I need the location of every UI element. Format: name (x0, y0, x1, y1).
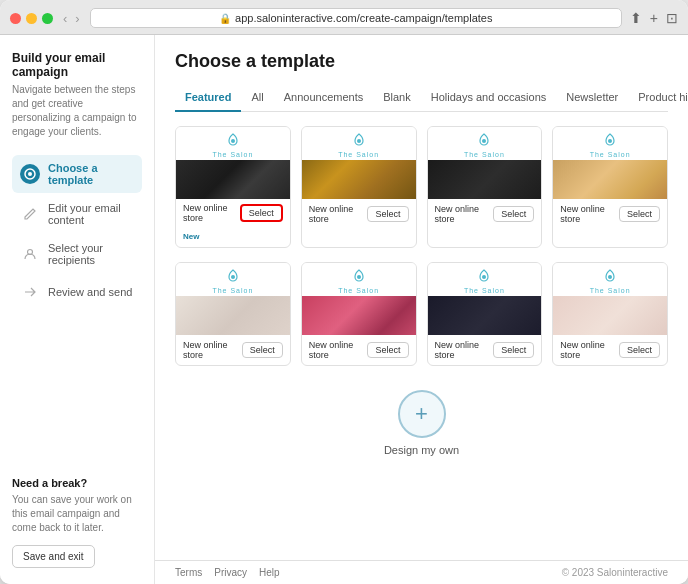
card-photo-2 (302, 160, 416, 199)
step-label-choose: Choose a template (48, 162, 134, 186)
tab-all[interactable]: All (241, 84, 273, 112)
share-button[interactable]: ⬆ (630, 10, 642, 26)
card-photo-7 (428, 296, 542, 335)
card-footer-6: New online store Select (302, 335, 416, 365)
salon-text-3: The Salon (464, 151, 505, 158)
select-button-8[interactable]: Select (619, 342, 660, 358)
card-name-4: New online store (560, 204, 619, 224)
app-body: Build your email campaign Navigate betwe… (0, 35, 688, 584)
traffic-light-red[interactable] (10, 13, 21, 24)
card-header-2: The Salon (302, 127, 416, 160)
card-image-1: The Salon (176, 127, 290, 199)
template-tabs: Featured All Announcements Blank Holiday… (175, 84, 668, 112)
card-footer-5: New online store Select (176, 335, 290, 365)
select-button-3[interactable]: Select (493, 206, 534, 222)
card-image-3: The Salon (428, 127, 542, 199)
tab-newsletter[interactable]: Newsletter (556, 84, 628, 112)
template-card-7[interactable]: The Salon New online store Select (427, 262, 543, 366)
plus-icon: + (415, 401, 428, 427)
tab-blank[interactable]: Blank (373, 84, 421, 112)
sidebar-item-select-recipients[interactable]: Select your recipients (12, 235, 142, 273)
browser-window: ‹ › 🔒 app.saloninteractive.com/create-ca… (0, 0, 688, 584)
select-button-7[interactable]: Select (493, 342, 534, 358)
salon-logo-7: The Salon (428, 268, 542, 294)
svg-point-3 (231, 139, 235, 143)
template-card-8[interactable]: The Salon New online store Select (552, 262, 668, 366)
svg-point-8 (357, 275, 361, 279)
browser-actions: ⬆ + ⊡ (630, 10, 678, 26)
add-tab-button[interactable]: + (650, 10, 658, 26)
template-card-5[interactable]: The Salon New online store Select (175, 262, 291, 366)
address-bar[interactable]: 🔒 app.saloninteractive.com/create-campai… (90, 8, 622, 28)
card-image-4: The Salon (553, 127, 667, 199)
forward-button[interactable]: › (73, 11, 81, 26)
card-footer-row1: New online store Select (183, 203, 283, 223)
sidebar: Build your email campaign Navigate betwe… (0, 35, 155, 584)
tab-holidays[interactable]: Holidays and occasions (421, 84, 557, 112)
footer-terms[interactable]: Terms (175, 567, 202, 578)
card-header-8: The Salon (553, 263, 667, 296)
salon-text-8: The Salon (590, 287, 631, 294)
template-card-2[interactable]: The Salon New online store Select (301, 126, 417, 248)
card-image-2: The Salon (302, 127, 416, 199)
browser-chrome: ‹ › 🔒 app.saloninteractive.com/create-ca… (0, 0, 688, 35)
select-button-2[interactable]: Select (367, 206, 408, 222)
design-own-section: + Design my own (175, 380, 668, 462)
traffic-light-yellow[interactable] (26, 13, 37, 24)
svg-point-4 (357, 139, 361, 143)
select-button-5[interactable]: Select (242, 342, 283, 358)
select-button-4[interactable]: Select (619, 206, 660, 222)
card-name-5: New online store (183, 340, 242, 360)
tab-announcements[interactable]: Announcements (274, 84, 374, 112)
select-button-6[interactable]: Select (367, 342, 408, 358)
break-description: You can save your work on this email cam… (12, 493, 142, 535)
step-label-review: Review and send (48, 286, 132, 298)
template-card-1[interactable]: The Salon New online store Select New (175, 126, 291, 248)
svg-point-10 (608, 275, 612, 279)
step-icon-choose (20, 164, 40, 184)
card-photo-4 (553, 160, 667, 199)
salon-logo-1: The Salon (176, 132, 290, 158)
lock-icon: 🔒 (219, 13, 231, 24)
sidebar-heading: Build your email campaign (12, 51, 142, 79)
card-photo-5 (176, 296, 290, 335)
new-badge-1: New (183, 232, 199, 241)
salon-logo-6: The Salon (302, 268, 416, 294)
traffic-light-green[interactable] (42, 13, 53, 24)
template-card-4[interactable]: The Salon New online store Select (552, 126, 668, 248)
extensions-button[interactable]: ⊡ (666, 10, 678, 26)
template-card-3[interactable]: The Salon New online store Select (427, 126, 543, 248)
svg-point-5 (482, 139, 486, 143)
salon-logo-8: The Salon (553, 268, 667, 294)
salon-logo-2: The Salon (302, 132, 416, 158)
break-title: Need a break? (12, 477, 142, 489)
template-card-6[interactable]: The Salon New online store Select (301, 262, 417, 366)
design-own-button[interactable]: + (398, 390, 446, 438)
sidebar-break-section: Need a break? You can save your work on … (12, 461, 142, 568)
template-grid-row1: The Salon New online store Select New (175, 126, 668, 248)
template-grid-wrapper: The Salon New online store Select New (155, 112, 688, 560)
tab-product-highlights[interactable]: Product highlights (628, 84, 688, 112)
footer-privacy[interactable]: Privacy (214, 567, 247, 578)
card-name-3: New online store (435, 204, 494, 224)
card-photo-6 (302, 296, 416, 335)
tab-featured[interactable]: Featured (175, 84, 241, 112)
salon-logo-5: The Salon (176, 268, 290, 294)
svg-point-1 (28, 172, 32, 176)
footer-help[interactable]: Help (259, 567, 280, 578)
select-button-1[interactable]: Select (240, 204, 283, 222)
card-header-5: The Salon (176, 263, 290, 296)
card-photo-8 (553, 296, 667, 335)
save-exit-button[interactable]: Save and exit (12, 545, 95, 568)
card-header-6: The Salon (302, 263, 416, 296)
card-footer-2: New online store Select (302, 199, 416, 229)
main-header: Choose a template Featured All Announcem… (155, 35, 688, 112)
card-name-1: New online store (183, 203, 240, 223)
sidebar-item-edit-content[interactable]: Edit your email content (12, 195, 142, 233)
sidebar-item-choose-template[interactable]: Choose a template (12, 155, 142, 193)
salon-text-4: The Salon (590, 151, 631, 158)
back-button[interactable]: ‹ (61, 11, 69, 26)
sidebar-item-review-send[interactable]: Review and send (12, 275, 142, 309)
step-label-recipients: Select your recipients (48, 242, 134, 266)
svg-point-7 (231, 275, 235, 279)
